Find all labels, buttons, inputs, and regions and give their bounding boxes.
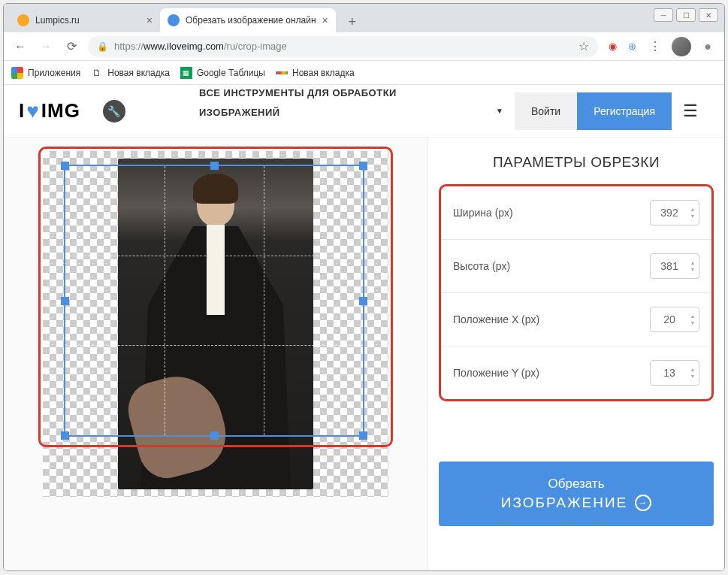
sheets-icon: ▦ [180, 67, 192, 79]
crop-handle-bm[interactable] [210, 431, 219, 440]
menu-icon[interactable]: ⋮ [646, 38, 664, 56]
bookmark-label: Google Таблицы [197, 68, 265, 78]
page-content: I ♥ IMG 🔧 ВСЕ ИНСТРУМЕНТЫ ДЛЯ ОБРАБОТКИ … [4, 85, 724, 570]
crop-handle-br[interactable] [359, 431, 367, 440]
bookmark-star-icon[interactable]: ☆ [578, 39, 589, 53]
spinner-icon[interactable]: ▲▼ [688, 362, 697, 383]
bookmark-new-tab-2[interactable]: Новая вкладка [276, 68, 355, 78]
apps-icon [11, 67, 23, 79]
crop-image-button[interactable]: Обрезать ИЗОБРАЖЕНИЕ → [439, 462, 714, 526]
browser-tab-lumpics[interactable]: Lumpics.ru × [10, 8, 160, 32]
parameters-box: Ширина (px) ▲▼ Высота (px) ▲▼ [439, 184, 714, 401]
bookmark-new-tab[interactable]: 🗋 Новая вкладка [91, 67, 170, 79]
bookmark-label: Приложения [28, 68, 80, 78]
bookmark-sheets[interactable]: ▦ Google Таблицы [180, 67, 265, 79]
register-button[interactable]: Регистрация [577, 92, 672, 130]
bookmark-label: Новая вкладка [292, 68, 355, 78]
header-actions: ▼ Войти Регистрация ☰ [485, 92, 709, 130]
back-button[interactable]: ← [11, 38, 29, 56]
reload-button[interactable]: ⟳ [62, 38, 80, 56]
favicon-icon [17, 14, 29, 26]
page-icon [276, 71, 288, 74]
bookmarks-bar: Приложения 🗋 Новая вкладка ▦ Google Табл… [4, 61, 724, 85]
tab-close-icon[interactable]: × [147, 14, 153, 26]
button-line2: ИЗОБРАЖЕНИЕ → [501, 495, 652, 511]
site-header: I ♥ IMG 🔧 ВСЕ ИНСТРУМЕНТЫ ДЛЯ ОБРАБОТКИ … [4, 85, 724, 138]
spinner-icon[interactable]: ▲▼ [688, 309, 697, 330]
page-icon: 🗋 [91, 67, 103, 79]
panel-title: ПАРАМЕТРЫ ОБРЕЗКИ [428, 138, 724, 184]
crop-handle-bl[interactable] [61, 431, 69, 440]
heart-icon: ♥ [26, 99, 40, 123]
browser-window: ─ ☐ ✕ Lumpics.ru × Обрезать изображение … [3, 3, 725, 571]
crop-handle-mr[interactable] [359, 297, 367, 305]
favicon-icon [168, 14, 180, 26]
extension-icon[interactable]: ◉ [606, 40, 619, 53]
window-controls: ─ ☐ ✕ [654, 8, 718, 22]
tools-dropdown-icon[interactable]: 🔧 [103, 100, 125, 123]
more-icon[interactable]: ● [699, 38, 717, 56]
logo-text: I [19, 99, 25, 123]
param-label: Положение Y (px) [453, 367, 539, 379]
new-tab-button[interactable]: + [342, 11, 363, 32]
tools-heading: ВСЕ ИНСТРУМЕНТЫ ДЛЯ ОБРАБОТКИ ИЗОБРАЖЕНИ… [199, 85, 397, 123]
crop-handle-ml[interactable] [61, 297, 69, 305]
profile-avatar[interactable] [672, 37, 691, 56]
browser-tab-iloveimg[interactable]: Обрезать изображение онлайн × [160, 8, 336, 32]
logo-text: IMG [41, 99, 80, 123]
hamburger-menu-icon[interactable]: ☰ [672, 92, 709, 130]
url-input[interactable]: 🔒 https://www.iloveimg.com/ru/crop-image… [88, 36, 598, 57]
bookmark-apps[interactable]: Приложения [11, 67, 80, 79]
param-row-posy: Положение Y (px) ▲▼ [441, 347, 711, 399]
url-bar: ← → ⟳ 🔒 https://www.iloveimg.com/ru/crop… [4, 32, 724, 61]
crop-selection[interactable] [64, 165, 364, 437]
crop-handle-tr[interactable] [359, 162, 367, 170]
login-button[interactable]: Войти [515, 92, 577, 130]
site-logo[interactable]: I ♥ IMG [19, 99, 80, 123]
param-row-width: Ширина (px) ▲▼ [441, 186, 711, 240]
tab-title: Lumpics.ru [35, 15, 80, 26]
param-label: Положение X (px) [453, 313, 539, 325]
main-layout: ПАРАМЕТРЫ ОБРЕЗКИ Ширина (px) ▲▼ Высота … [4, 138, 724, 570]
tab-bar: Lumpics.ru × Обрезать изображение онлайн… [4, 4, 724, 32]
tab-title: Обрезать изображение онлайн [186, 15, 316, 26]
crop-handle-tl[interactable] [61, 162, 69, 170]
url-text: https://www.iloveimg.com/ru/crop-image [114, 41, 287, 52]
minimize-button[interactable]: ─ [654, 8, 673, 22]
maximize-button[interactable]: ☐ [676, 8, 696, 22]
spinner-icon[interactable]: ▲▼ [688, 256, 697, 277]
caret-down-icon[interactable]: ▼ [485, 92, 515, 130]
close-window-button[interactable]: ✕ [699, 8, 718, 22]
extension-icon[interactable]: ⊕ [625, 40, 639, 53]
lock-icon: 🔒 [97, 41, 108, 52]
param-label: Ширина (px) [453, 207, 513, 219]
arrow-right-icon: → [635, 495, 651, 511]
tab-close-icon[interactable]: × [322, 14, 328, 26]
forward-button[interactable]: → [37, 38, 55, 56]
param-row-posx: Положение X (px) ▲▼ [441, 293, 711, 347]
param-label: Высота (px) [453, 260, 510, 272]
bookmark-label: Новая вкладка [107, 68, 170, 78]
crop-parameters-panel: ПАРАМЕТРЫ ОБРЕЗКИ Ширина (px) ▲▼ Высота … [427, 138, 724, 570]
button-line1: Обрезать [548, 477, 604, 492]
extension-icons: ◉ ⊕ [606, 40, 639, 53]
param-row-height: Высота (px) ▲▼ [441, 240, 711, 293]
image-canvas[interactable] [43, 151, 388, 497]
spinner-icon[interactable]: ▲▼ [688, 202, 697, 223]
crop-handle-tm[interactable] [210, 162, 219, 170]
image-preview-panel [4, 138, 427, 570]
